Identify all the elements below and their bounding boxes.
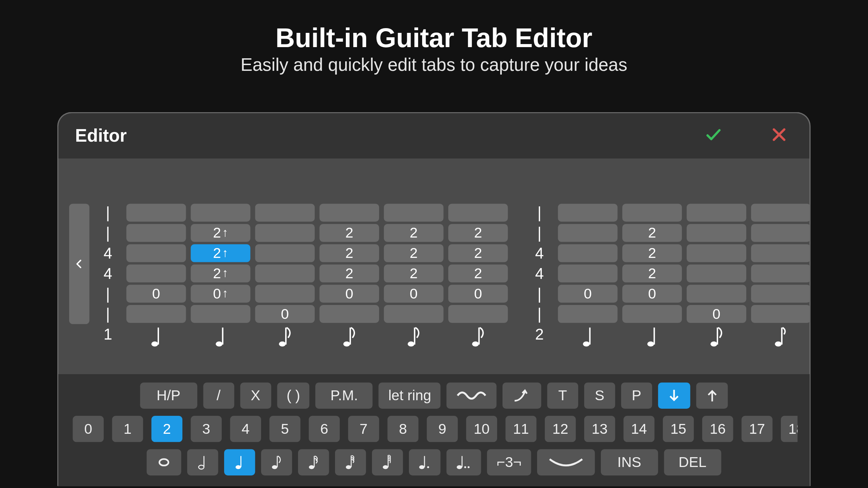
tab-grid[interactable]: |||2↑222|242↑2224242↑22242|00↑000|00|0|0…	[94, 204, 811, 348]
tab-cell[interactable]: 2	[319, 265, 379, 283]
fret-key-18[interactable]: 18	[781, 416, 797, 442]
tab-cell[interactable]	[255, 244, 315, 262]
tab-cell[interactable]	[751, 224, 811, 242]
tab-cell[interactable]: 2↑	[191, 244, 251, 262]
vibrato-icon[interactable]	[447, 383, 497, 409]
tab-cell[interactable]: 2	[384, 224, 443, 242]
tab-cell[interactable]: 2↑	[191, 224, 251, 242]
tab-cell[interactable]	[255, 204, 315, 222]
tab-cell[interactable]	[126, 244, 186, 262]
arrow-down-icon[interactable]	[658, 383, 690, 409]
tab-cell[interactable]	[126, 265, 186, 283]
cancel-button[interactable]	[770, 126, 788, 146]
tab-cell[interactable]	[751, 244, 811, 262]
tab-cell[interactable]: 0	[622, 285, 682, 303]
dotted-icon[interactable]	[409, 449, 440, 475]
sixteenth-icon[interactable]	[298, 449, 329, 475]
tab-cell[interactable]: 0	[687, 305, 746, 323]
fret-key-1[interactable]: 1	[112, 416, 143, 442]
fret-key-3[interactable]: 3	[191, 416, 222, 442]
half-icon[interactable]	[187, 449, 218, 475]
tab-cell[interactable]: 0	[319, 285, 379, 303]
tab-cell[interactable]	[687, 204, 746, 222]
fret-key-2[interactable]: 2	[152, 416, 182, 442]
tab-cell[interactable]	[751, 265, 811, 283]
tab-cell[interactable]	[622, 305, 682, 323]
tab-cell[interactable]	[319, 204, 379, 222]
tab-cell[interactable]: 2	[622, 244, 682, 262]
fret-key-10[interactable]: 10	[466, 416, 497, 442]
tab-cell[interactable]	[558, 204, 617, 222]
tab-cell[interactable]: 2	[319, 244, 379, 262]
tab-cell[interactable]	[751, 305, 811, 323]
fret-key-13[interactable]: 13	[584, 416, 615, 442]
key--[interactable]: ( )	[277, 383, 310, 409]
key-h-p[interactable]: H/P	[140, 383, 197, 409]
tab-cell[interactable]: 2	[448, 244, 508, 262]
tab-cell[interactable]	[558, 265, 617, 283]
tab-cell[interactable]: 0↑	[191, 285, 251, 303]
tab-cell[interactable]: 2	[319, 224, 379, 242]
tab-cell[interactable]: 2	[448, 224, 508, 242]
thirtysecond-icon[interactable]	[335, 449, 366, 475]
fret-key-5[interactable]: 5	[270, 416, 300, 442]
tab-cell[interactable]: 2	[448, 265, 508, 283]
tab-cell[interactable]	[687, 285, 746, 303]
fret-key-16[interactable]: 16	[702, 416, 733, 442]
tab-cell[interactable]	[687, 265, 746, 283]
tab-cell[interactable]	[384, 305, 443, 323]
double-dotted-icon[interactable]	[447, 449, 481, 475]
tab-cell[interactable]	[622, 204, 682, 222]
tab-cell[interactable]	[687, 224, 746, 242]
tab-cell[interactable]	[751, 285, 811, 303]
tab-cell[interactable]: 0	[126, 285, 186, 303]
fret-key-4[interactable]: 4	[230, 416, 261, 442]
scroll-left-button[interactable]	[69, 204, 90, 324]
key--[interactable]: /	[203, 383, 234, 409]
key-ins[interactable]: INS	[601, 449, 658, 475]
tab-cell[interactable]	[126, 224, 186, 242]
tab-cell[interactable]: 0	[384, 285, 443, 303]
quarter-icon[interactable]	[224, 449, 255, 475]
tab-cell[interactable]	[319, 305, 379, 323]
tab-cell[interactable]: 2	[622, 224, 682, 242]
tab-cell[interactable]	[191, 204, 251, 222]
tab-cell[interactable]	[191, 305, 251, 323]
tab-cell[interactable]: 0	[448, 285, 508, 303]
fret-key-14[interactable]: 14	[624, 416, 654, 442]
tab-cell[interactable]	[558, 224, 617, 242]
arrow-up-icon[interactable]	[696, 383, 728, 409]
key-x[interactable]: X	[240, 383, 271, 409]
fret-key-11[interactable]: 11	[506, 416, 536, 442]
tab-cell[interactable]	[558, 244, 617, 262]
confirm-button[interactable]	[705, 126, 723, 146]
fret-key-12[interactable]: 12	[545, 416, 576, 442]
tab-cell[interactable]	[126, 305, 186, 323]
tab-cell[interactable]: 0	[558, 285, 617, 303]
key-del[interactable]: DEL	[664, 449, 721, 475]
fret-key-7[interactable]: 7	[348, 416, 379, 442]
tab-cell[interactable]	[255, 285, 315, 303]
fret-key-0[interactable]: 0	[73, 416, 103, 442]
fret-key-6[interactable]: 6	[309, 416, 340, 442]
whole-icon[interactable]	[147, 449, 181, 475]
tie-icon[interactable]	[537, 449, 595, 475]
fret-key-15[interactable]: 15	[663, 416, 694, 442]
key-p-m-[interactable]: P.M.	[316, 383, 373, 409]
fret-key-9[interactable]: 9	[427, 416, 458, 442]
tab-cell[interactable]: 2	[384, 244, 443, 262]
key-t[interactable]: T	[547, 383, 578, 409]
tab-cell[interactable]	[558, 305, 617, 323]
key-p[interactable]: P	[621, 383, 652, 409]
tab-cell[interactable]: 2	[622, 265, 682, 283]
tab-cell[interactable]	[448, 204, 508, 222]
tab-cell[interactable]: 2↑	[191, 265, 251, 283]
tab-cell[interactable]	[255, 224, 315, 242]
key--3-[interactable]: ⌐3¬	[487, 449, 531, 475]
tab-cell[interactable]: 0	[255, 305, 315, 323]
tab-cell[interactable]	[448, 305, 508, 323]
tab-cell[interactable]	[687, 244, 746, 262]
fret-key-17[interactable]: 17	[742, 416, 772, 442]
tab-cell[interactable]	[751, 204, 811, 222]
fret-key-8[interactable]: 8	[388, 416, 418, 442]
